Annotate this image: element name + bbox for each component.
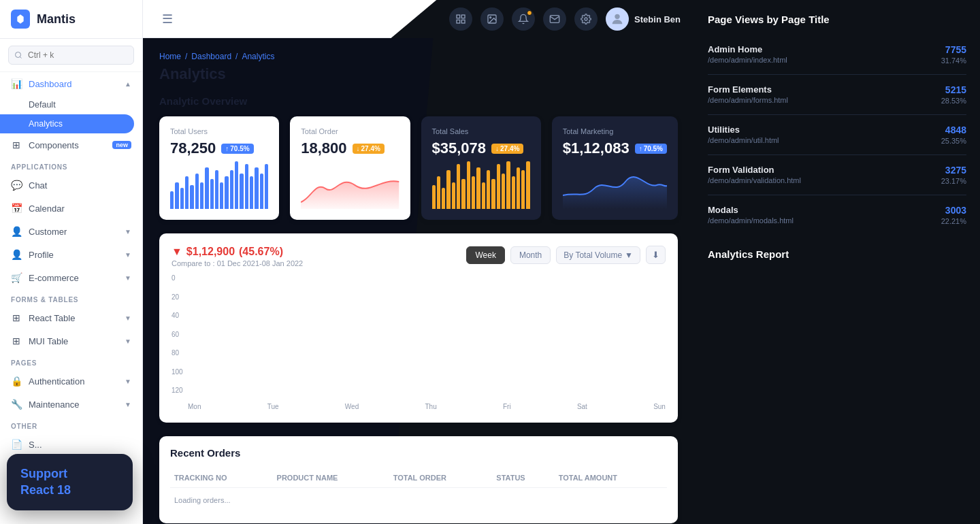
sidebar-item-ecommerce[interactable]: 🛒 E-commerce ▼ [0,266,142,289]
pv-pct: 25.35% [941,137,966,145]
bar-segment [230,170,233,209]
svg-rect-2 [461,15,465,18]
pv-url: /demo/admin/util.html [708,136,941,144]
sidebar-item-dashboard[interactable]: 📊 Dashboard ▲ [0,72,142,95]
sample-icon: 📄 [11,439,22,450]
pv-title: Utilities [708,125,941,135]
analytics-report-title: Analytics Report [708,248,966,260]
right-panel: Page Views by Page Title Admin Home /dem… [694,0,980,524]
bar-segment [250,176,253,209]
month-button[interactable]: Month [510,246,551,264]
dashboard-chevron: ▲ [125,80,131,88]
pv-left: Admin Home /demo/admin/index.html [708,44,941,64]
notification-action[interactable] [512,7,535,31]
react-table-chevron: ▼ [125,314,131,322]
sidebar-item-customer[interactable]: 👤 Customer ▼ [0,220,142,243]
pv-right: 3275 23.17% [941,165,966,185]
topbar-dark-actions: Stebin Ben [449,7,681,31]
topbar-left: ☰ [159,9,176,29]
sidebar-item-mui-table[interactable]: ⊞ MUI Table ▼ [0,329,142,353]
week-button[interactable]: Week [466,246,504,264]
breadcrumb-dashboard[interactable]: Dashboard [191,52,231,61]
logo-icon [11,10,30,29]
sidebar-item-maintenance[interactable]: 🔧 Maintenance ▼ [0,393,142,416]
bar-segment [526,161,529,209]
user-info[interactable]: Stebin Ben [606,7,681,31]
page-title: Analytics [159,65,678,83]
bar-segment [432,185,436,209]
download-button[interactable]: ⬇ [646,246,666,264]
card-total-order-value: 18,800 [301,140,346,157]
breadcrumb-home[interactable]: Home [159,52,181,61]
bar-segment [245,164,248,209]
mui-table-icon: ⊞ [11,335,22,346]
topbar-dark: Stebin Ben [391,0,695,38]
customer-chevron: ▼ [125,228,131,235]
col-status: STATUS [492,468,554,488]
card-total-sales-badge: ↓ 27.4% [491,144,523,154]
svg-point-7 [585,18,587,20]
sidebar-item-react-table[interactable]: ⊞ React Table ▼ [0,306,142,329]
sidebar-item-sample[interactable]: 📄 S... [0,433,142,456]
bar-segment [506,161,510,209]
pv-right: 3003 22.21% [941,205,966,225]
page-view-item: Admin Home /demo/admin/index.html 7755 3… [708,35,966,75]
card-total-marketing-chart [563,161,667,209]
bar-segment [210,179,214,209]
x-axis-labels: Mon Tue Wed Thu Fri Sat Sun [188,403,666,410]
maintenance-chevron: ▼ [125,401,131,408]
settings-action[interactable] [574,7,598,31]
card-total-marketing-label: Total Marketing [563,127,667,135]
page-view-item: Form Elements /demo/admin/forms.html 521… [708,75,966,115]
bar-segment [472,176,475,209]
section-label-applications: Applications [0,157,142,174]
sidebar-item-calendar[interactable]: 📅 Calendar [0,197,142,220]
main-area: ☰ [143,0,694,524]
svg-rect-4 [461,20,465,23]
sidebar-item-chat[interactable]: 💬 Chat [0,174,142,197]
bar-segment [482,182,485,209]
support-react-card[interactable]: Support React 18 [7,454,133,510]
bar-segment [255,167,258,209]
sidebar-item-analytics[interactable]: Analytics [0,114,134,133]
pv-count: 3275 [941,165,966,176]
page-content: Home / Dashboard / Analytics Analytics A… [143,38,694,524]
bar-segment [497,164,500,209]
bar-segment [437,176,440,209]
svg-rect-1 [457,15,460,18]
page-view-item: Modals /demo/admin/modals.html 3003 22.2… [708,195,966,235]
income-info: ▼ $1,12,900 (45.67%) Compare to : 01 Dec… [172,246,303,267]
bar-segment [512,176,515,209]
page-view-item: Utilities /demo/admin/util.html 4848 25.… [708,115,966,155]
search-input[interactable] [8,46,134,65]
bar-segment [240,174,243,210]
volume-dropdown[interactable]: By Total Volume ▼ [556,246,640,264]
sidebar-item-authentication[interactable]: 🔒 Authentication ▼ [0,370,142,393]
support-card-text: Support React 18 [20,466,119,498]
apps-action[interactable] [449,7,472,31]
breadcrumb-analytics: Analytics [242,52,274,61]
menu-toggle-icon[interactable]: ☰ [159,9,176,29]
bar-segment [476,167,480,209]
card-total-order-badge: ↓ 27.4% [353,144,385,154]
col-total-order: TOTAL ORDER [389,468,493,488]
image-action[interactable] [480,7,504,31]
bar-segment [185,176,189,209]
card-total-users-value: 78,250 [170,140,216,157]
bar-segment [457,164,460,209]
mail-action[interactable] [543,7,566,31]
income-compare: Compare to : 01 Dec 2021-08 Jan 2022 [172,259,303,267]
app-name: Mantis [37,12,76,27]
profile-icon: 👤 [11,249,22,260]
col-product: PRODUCT NAME [273,468,389,488]
sidebar: Mantis 📊 Dashboard ▲ Default Analytics ⊞… [0,0,143,524]
pv-title: Form Validation [708,165,941,175]
sidebar-item-default[interactable]: Default [0,95,142,114]
card-total-marketing: Total Marketing $1,12,083 ↑ 70.5% [552,116,678,220]
sidebar-item-profile[interactable]: 👤 Profile ▼ [0,243,142,266]
sidebar-item-components[interactable]: ⊞ Components new [0,133,142,157]
card-total-sales-value: $35,078 [432,140,487,157]
orders-table: TRACKING NO PRODUCT NAME TOTAL ORDER STA… [170,468,667,512]
ecommerce-icon: 🛒 [11,272,22,283]
card-total-users-label: Total Users [170,127,268,135]
